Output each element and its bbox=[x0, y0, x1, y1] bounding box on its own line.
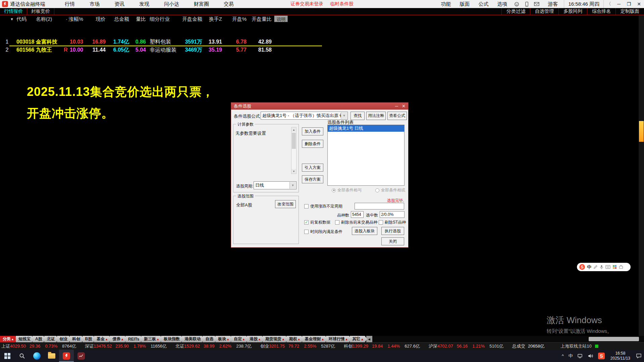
toolbox-icon[interactable] bbox=[619, 265, 623, 269]
menu-faxian[interactable]: 发现 bbox=[132, 1, 157, 7]
menu-shichang[interactable]: 市场 bbox=[82, 1, 107, 7]
tab-reits[interactable]: REITs bbox=[125, 336, 143, 342]
find-button[interactable]: 查找 bbox=[351, 112, 365, 120]
index-chuangye[interactable]: 创业3201.75 79.722.55%5287亿 bbox=[260, 343, 335, 349]
server-station[interactable]: 上海双线主站10 bbox=[560, 343, 591, 349]
table-row[interactable]: 1 003018 金富科技 10.03 16.89 1.74亿 0.86 塑料包… bbox=[0, 38, 644, 46]
notification-center-icon[interactable] bbox=[634, 353, 644, 358]
view-formula-button[interactable]: 查看公式 bbox=[387, 112, 407, 120]
tab-beizheng[interactable]: 北证 bbox=[44, 336, 59, 342]
main-vertical-scrollbar[interactable] bbox=[639, 15, 644, 336]
tab-fenlei[interactable]: 分类▲ bbox=[0, 336, 17, 342]
watchlist-manage-button[interactable]: 自选管理 bbox=[530, 8, 558, 15]
tab-qita[interactable]: 其它▲ bbox=[350, 336, 367, 342]
index-beizheng[interactable]: 北证1529.62 38.992.62%238.7亿 bbox=[175, 343, 252, 349]
app-icon-2[interactable] bbox=[74, 350, 89, 362]
usage-note-button[interactable]: 用法注释 bbox=[366, 112, 386, 120]
dialog-close-icon[interactable]: ✕ bbox=[402, 103, 406, 110]
tdx-app-icon[interactable] bbox=[59, 350, 74, 362]
chevron-down-icon[interactable]: ▼ bbox=[341, 112, 347, 119]
unfixed-period-input[interactable] bbox=[355, 203, 404, 209]
skin-palette-icon[interactable] bbox=[612, 265, 617, 269]
taskbar-clock[interactable]: 16:58 2025/11/13 bbox=[607, 351, 634, 361]
start-button[interactable] bbox=[0, 350, 15, 362]
index-hushen[interactable]: 沪深4702.07 56.161.21%5101亿 bbox=[429, 343, 503, 349]
tab-qiquan[interactable]: 期权▲ bbox=[286, 336, 304, 342]
tab-bankuaizhishu[interactable]: 板块指数 bbox=[161, 336, 183, 342]
sogou-ime-icon[interactable]: S bbox=[596, 353, 607, 359]
header-turnover[interactable]: 换手Z bbox=[198, 15, 222, 23]
ime-mode-chinese[interactable]: 中 bbox=[587, 264, 591, 270]
delete-condition-button[interactable]: 删除条件 bbox=[302, 140, 323, 148]
tab-bgu[interactable]: B股 bbox=[83, 336, 96, 342]
tab-zhaiquan[interactable]: 债券▲ bbox=[110, 336, 127, 342]
alert-temp-condition[interactable]: 临时条件股 bbox=[330, 1, 354, 7]
dialog-minimize-button[interactable]: ─ bbox=[395, 103, 398, 110]
window-restore-button[interactable]: ❐ bbox=[624, 1, 634, 7]
user-guest[interactable]: 游客 bbox=[542, 1, 564, 7]
note-button[interactable]: 说明 bbox=[274, 16, 288, 22]
tab-xinsanban[interactable]: 新三板▲ bbox=[141, 336, 163, 342]
ime-language-indicator[interactable]: 中 bbox=[566, 353, 575, 359]
save-plan-button[interactable]: 保存方案 bbox=[302, 175, 323, 183]
tab-ziding[interactable]: 自定▲ bbox=[231, 336, 249, 342]
tab-gangmeiliandong[interactable]: 港美联动 bbox=[182, 336, 204, 342]
menu-wenxiaoda[interactable]: 问小达 bbox=[157, 1, 186, 7]
header-code[interactable]: 代码 bbox=[16, 15, 26, 23]
assistant-icon[interactable] bbox=[513, 1, 520, 7]
checkbox-exclude-untraded[interactable]: 剔除当前未交易品种 bbox=[335, 220, 377, 225]
checkbox-unfixed-period[interactable]: 使用涨跌不定周期 bbox=[304, 203, 342, 209]
keyboard-icon[interactable] bbox=[605, 265, 610, 269]
tab-agu[interactable]: A股 bbox=[33, 336, 46, 342]
execute-pick-button[interactable]: 执行选股 bbox=[381, 227, 404, 235]
sogou-logo-icon[interactable]: S bbox=[579, 264, 585, 270]
tab-ganggu[interactable]: 港股▲ bbox=[247, 336, 264, 342]
scroll-down-icon[interactable]: ▼ bbox=[291, 169, 296, 174]
alert-not-logged-in[interactable]: 证券交易未登录 bbox=[290, 1, 323, 7]
change-range-button[interactable]: 改变范围 bbox=[275, 200, 296, 208]
scrollbar-thumb[interactable] bbox=[639, 121, 644, 142]
menu-caifuquan[interactable]: 财富圈 bbox=[186, 1, 216, 7]
window-back-button[interactable]: 〈 bbox=[604, 1, 614, 7]
tab-jijinlicai[interactable]: 基金理财▲ bbox=[302, 336, 328, 342]
file-explorer-icon[interactable] bbox=[44, 350, 59, 362]
menu-gongneng[interactable]: 功能 bbox=[436, 1, 455, 7]
tab-auction[interactable]: 封板竞价 bbox=[27, 8, 54, 15]
menu-banmian[interactable]: 版面 bbox=[455, 1, 474, 7]
tab-duanxianbao[interactable]: 短线宝 bbox=[16, 336, 34, 342]
dialog-titlebar[interactable]: 条件选股 bbox=[231, 103, 408, 110]
header-pct[interactable]: 涨幅% bbox=[56, 15, 83, 23]
tab-huanqiuhangqing[interactable]: 环球行情▲ bbox=[326, 336, 352, 342]
tab-quote-list[interactable]: 行情报价 bbox=[0, 8, 27, 15]
table-row[interactable]: 2 601566 九牧王 R 10.00 11.44 6.05亿 5.04 非运… bbox=[0, 46, 644, 54]
tray-expand-chevron[interactable]: ^ bbox=[559, 353, 566, 358]
index-shangzheng[interactable]: 上证4029.50 29.360.73%8764亿 bbox=[1, 343, 76, 349]
index-kechuang[interactable]: 科创1399.29 19.841.44%627.6亿 bbox=[344, 343, 420, 349]
formula-combobox[interactable]: 超级擒龙1号 - （适于强市）慎买连出票 银 ▼ bbox=[261, 112, 348, 120]
header-ratio[interactable]: 量比 bbox=[123, 15, 146, 23]
mobile-icon[interactable] bbox=[523, 1, 530, 7]
rank-button[interactable]: 综合排名 bbox=[587, 8, 615, 15]
header-open-ratio[interactable]: 开盘量比 bbox=[241, 15, 272, 23]
tab-zixuan[interactable]: 自选 bbox=[203, 336, 217, 342]
index-shenzheng[interactable]: 深证13476.52 235.901.78%11656亿 bbox=[85, 343, 167, 349]
tab-bankuai[interactable]: 板块▲ bbox=[215, 336, 233, 342]
condition-list-item-selected[interactable]: 超级擒龙1号 日线 bbox=[328, 125, 404, 132]
tab-kechuang[interactable]: 科创 bbox=[70, 336, 84, 342]
sort-icon[interactable]: ▼ bbox=[10, 15, 14, 23]
params-scrollbar[interactable]: ▲ ▼ bbox=[291, 127, 297, 174]
filter-button[interactable]: 分类过滤 bbox=[501, 8, 530, 15]
import-plan-button[interactable]: 引入方案 bbox=[302, 164, 323, 172]
chevron-down-icon[interactable]: ▼ bbox=[289, 182, 296, 189]
search-icon[interactable] bbox=[15, 350, 30, 362]
close-button[interactable]: 关闭 bbox=[381, 237, 404, 245]
window-close-button[interactable]: ✕ bbox=[634, 1, 644, 7]
pen-icon[interactable] bbox=[593, 265, 598, 269]
header-industry[interactable]: 细分行业 bbox=[150, 15, 170, 23]
radio-all-and[interactable]: 全部条件相与 bbox=[332, 187, 362, 193]
condition-listbox[interactable]: 超级擒龙1号 日线 bbox=[327, 125, 405, 186]
multi-stock-button[interactable]: 多股同列 bbox=[558, 8, 587, 15]
menu-zixun[interactable]: 资讯 bbox=[107, 1, 132, 7]
menu-jiaoyi[interactable]: 交易 bbox=[216, 1, 241, 7]
add-condition-button[interactable]: 加入条件 bbox=[302, 127, 323, 135]
